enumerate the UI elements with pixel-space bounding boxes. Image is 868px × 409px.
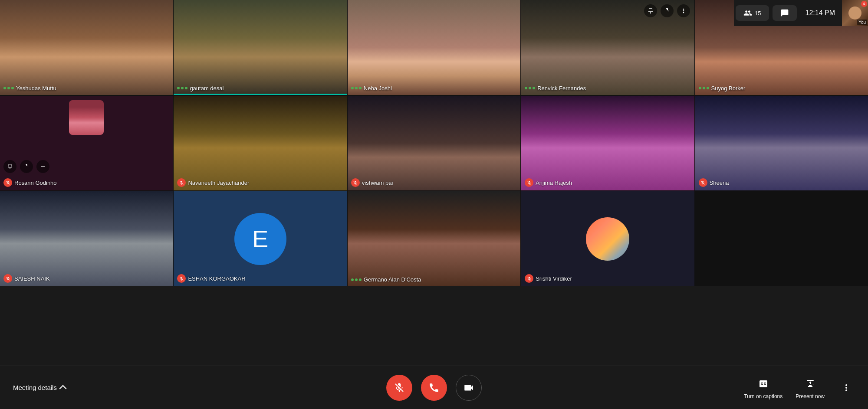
meeting-details-button[interactable]: Meeting details — [13, 384, 66, 391]
mute-icon-navaneeth — [177, 178, 186, 187]
camera-toggle-button[interactable] — [456, 375, 482, 401]
name-neha: Neha Joshi — [364, 85, 392, 92]
rosann-controls[interactable] — [3, 160, 49, 173]
tile-name-anjima: Anjima Rajesh — [525, 178, 572, 187]
speaking-bar-gautam — [174, 94, 346, 95]
name-srishti: Srishti Virdiker — [536, 275, 572, 282]
tile-name-germano: Germano Alan D'Costa — [351, 276, 421, 283]
tile-gautam: gautam desai — [174, 0, 346, 95]
controls-right: Turn on captions Present now — [744, 376, 855, 399]
mute-icon-vishwam — [351, 178, 360, 187]
you-label: You — [857, 20, 867, 25]
mute-icon-eshan — [177, 274, 186, 283]
tile-name-saiesh: SAIESH NAIK — [3, 274, 50, 283]
bottom-bar: Meeting details — [0, 366, 868, 409]
tile-yeshudas: Yeshudas Muttu — [0, 0, 173, 95]
chat-button[interactable] — [773, 5, 797, 21]
time-display: 12:14 PM — [799, 9, 842, 17]
participants-count: 15 — [755, 10, 761, 16]
mute-icon-saiesh — [3, 274, 12, 283]
tile-renvick: Renvick Fernandes — [521, 0, 694, 95]
pin-btn-rosann[interactable] — [3, 160, 16, 173]
minus-btn-rosann[interactable] — [36, 160, 49, 173]
name-yeshudas: Yeshudas Muttu — [16, 85, 56, 92]
chevron-up-icon — [59, 385, 66, 392]
mute-icon-srishti — [525, 274, 533, 283]
name-eshan: ESHAN KORGAOKAR — [188, 275, 245, 282]
tile-controls-renvick[interactable] — [644, 4, 690, 17]
tile-name-suyog: Suyog Borker — [699, 85, 746, 92]
participants-button[interactable]: 15 — [736, 5, 769, 21]
name-rosann: Rosann Godinho — [14, 180, 57, 186]
name-anjima: Anjima Rajesh — [536, 180, 572, 186]
present-label: Present now — [796, 393, 825, 399]
name-navaneeth: Navaneeth Jayachander — [188, 180, 249, 186]
tile-sheena: Sheena — [695, 96, 868, 191]
captions-label: Turn on captions — [744, 393, 783, 399]
tile-name-rosann: Rosann Godinho — [3, 178, 57, 187]
tile-neha: Neha Joshi — [348, 0, 520, 95]
tile-name-neha: Neha Joshi — [351, 85, 392, 92]
mute-toggle-button[interactable] — [386, 375, 412, 401]
mute-icon-rosann — [3, 178, 12, 187]
tile-anjima: Anjima Rajesh — [521, 96, 694, 191]
tile-name-eshan: ESHAN KORGAOKAR — [177, 274, 245, 283]
captions-icon — [756, 376, 771, 392]
more-btn-renvick[interactable] — [677, 4, 690, 17]
tile-saiesh: SAIESH NAIK — [0, 191, 173, 286]
avatar-eshan: E — [234, 213, 286, 265]
name-vishwam: vishwam pai — [362, 180, 393, 186]
tile-vishwam: vishwam pai — [348, 96, 520, 191]
mute2-btn-rosann[interactable] — [20, 160, 33, 173]
name-gautam: gautam desai — [190, 85, 224, 92]
tile-name-vishwam: vishwam pai — [351, 178, 393, 187]
tile-eshan: E ESHAN KORGAOKAR — [174, 191, 346, 286]
tile-germano: Germano Alan D'Costa — [348, 191, 520, 286]
more-options-button[interactable] — [838, 379, 855, 396]
controls-center — [386, 375, 482, 401]
name-germano: Germano Alan D'Costa — [364, 276, 421, 283]
tile-name-renvick: Renvick Fernandes — [525, 85, 586, 92]
present-now-button[interactable]: Present now — [796, 376, 825, 399]
mute-icon-anjima — [525, 178, 533, 187]
name-saiesh: SAIESH NAIK — [14, 275, 50, 282]
pin-btn-renvick[interactable] — [644, 4, 657, 17]
tile-srishti: Srishti Virdiker — [521, 191, 694, 286]
tile-name-gautam: gautam desai — [177, 85, 224, 92]
mute-icon-sheena — [699, 178, 707, 187]
mute-btn-renvick[interactable] — [661, 4, 674, 17]
name-suyog: Suyog Borker — [711, 85, 746, 92]
self-video-tile: You — [842, 0, 868, 26]
end-call-button[interactable] — [421, 375, 447, 401]
tile-name-srishti: Srishti Virdiker — [525, 274, 572, 283]
tile-name-sheena: Sheena — [699, 178, 729, 187]
meeting-details-label: Meeting details — [13, 384, 57, 391]
tile-rosann: Rosann Godinho — [0, 96, 173, 191]
tile-name-yeshudas: Yeshudas Muttu — [3, 85, 56, 92]
top-bar: 15 12:14 PM You — [734, 0, 868, 26]
video-grid: Yeshudas Muttu gautam desai Neha Joshi — [0, 0, 868, 286]
tile-empty — [695, 191, 868, 286]
tile-navaneeth: Navaneeth Jayachander — [174, 96, 346, 191]
tile-name-navaneeth: Navaneeth Jayachander — [177, 178, 249, 187]
name-renvick: Renvick Fernandes — [537, 85, 586, 92]
captions-button[interactable]: Turn on captions — [744, 376, 783, 399]
name-sheena: Sheena — [710, 180, 729, 186]
present-icon — [802, 376, 818, 392]
